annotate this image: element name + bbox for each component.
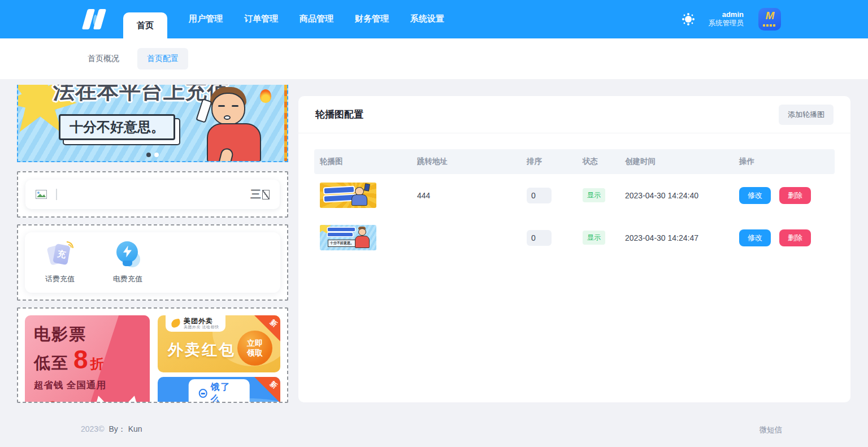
- electric-recharge-icon: [114, 241, 141, 267]
- quick-action-label: 话费充值: [45, 274, 75, 284]
- promo-meituan-card[interactable]: 美团外卖 美团外卖 送啥都快 新 外卖红包 立即 领取: [158, 315, 280, 372]
- sort-input[interactable]: 0: [527, 230, 552, 246]
- nav-item-users[interactable]: 用户管理: [189, 14, 223, 38]
- tab-home-config[interactable]: 首页配置: [137, 48, 188, 70]
- col-header-status: 状态: [577, 157, 619, 167]
- eleme-logo-icon: [198, 389, 207, 398]
- quick-action-phone-recharge[interactable]: 充 话费充值: [45, 241, 75, 284]
- cat-mascot: [81, 394, 149, 403]
- user-role: 系统管理员: [709, 19, 744, 28]
- meituan-brand: 美团外卖 美团外卖 送啥都快: [166, 315, 225, 332]
- top-header: 首页 用户管理 订单管理 商品管理 财务管理 系统设置 admin 系统管理员 …: [0, 0, 868, 38]
- table-row: 444 0 显示 2023-04-30 14:24:40 修改 删除: [314, 174, 835, 216]
- banner-cartoon-man: [185, 87, 264, 162]
- nav-item-orders[interactable]: 订单管理: [244, 14, 278, 38]
- table-header-row: 轮播图 跳转地址 排序 状态 创建时间 操作: [314, 149, 835, 174]
- claim-now-button[interactable]: 立即 领取: [237, 331, 272, 366]
- avatar[interactable]: M: [758, 8, 781, 31]
- movie-subtitle: 超省钱 全国通用: [34, 379, 150, 392]
- carousel-config-panel: 轮播图配置 添加轮播图 轮播图 跳转地址 排序 状态 创建时间 操作 444 0…: [298, 96, 850, 402]
- footer-copyright: 2023©By： Kun: [81, 424, 142, 435]
- link-cell: 444: [411, 191, 521, 200]
- carousel-dots[interactable]: [146, 153, 159, 157]
- user-info[interactable]: admin 系统管理员: [709, 10, 744, 28]
- nav-item-finance[interactable]: 财务管理: [355, 14, 389, 38]
- panel-title: 轮播图配置: [315, 108, 363, 121]
- promo-movie-card[interactable]: 电影票 低至 8 折 超省钱 全国通用: [25, 315, 150, 403]
- sort-input[interactable]: 0: [527, 188, 552, 203]
- preview-banner-section[interactable]: 法在本平台上充值 十分不好意思。: [17, 85, 288, 162]
- quick-action-electric-recharge[interactable]: 电费充值: [113, 241, 142, 284]
- mobile-preview: 法在本平台上充值 十分不好意思。 三: [17, 85, 288, 403]
- quick-action-label: 电费充值: [113, 274, 142, 284]
- missing-glyph-icon: [262, 190, 270, 199]
- tab-home-overview[interactable]: 首页概况: [88, 54, 119, 64]
- broken-image-icon: [36, 190, 47, 199]
- main-nav: 首页 用户管理 订单管理 商品管理 财务管理 系统设置: [123, 0, 444, 38]
- col-header-image: 轮播图: [314, 157, 411, 167]
- search-bar[interactable]: 三: [25, 180, 280, 209]
- created-cell: 2023-04-30 14:24:47: [619, 233, 734, 242]
- carousel-dot[interactable]: [154, 153, 159, 157]
- text-caret: [56, 189, 57, 200]
- delete-button[interactable]: 删除: [779, 187, 811, 204]
- user-name: admin: [709, 10, 744, 19]
- nav-item-home[interactable]: 首页: [123, 12, 167, 38]
- carousel-table: 轮播图 跳转地址 排序 状态 创建时间 操作 444 0 显示 2023-04-…: [298, 133, 850, 259]
- col-header-created: 创建时间: [619, 157, 734, 167]
- nav-item-settings[interactable]: 系统设置: [410, 14, 444, 38]
- col-header-sort: 排序: [521, 157, 577, 167]
- footer-brand: 微短信: [760, 425, 783, 435]
- phone-recharge-icon: 充: [46, 241, 73, 267]
- preview-quick-actions-section[interactable]: 充 话费充值 电费充值: [17, 224, 288, 301]
- preview-search-section[interactable]: 三: [17, 171, 288, 218]
- created-cell: 2023-04-30 14:24:40: [619, 191, 734, 200]
- theme-sun-icon[interactable]: [685, 16, 692, 23]
- delete-button[interactable]: 删除: [779, 229, 811, 246]
- preview-promos-section[interactable]: 电影票 低至 8 折 超省钱 全国通用: [17, 307, 288, 403]
- kangaroo-icon: [171, 318, 181, 328]
- promo-eleme-card[interactable]: 饿了么 新: [158, 377, 280, 403]
- carousel-dot-active[interactable]: [146, 153, 151, 157]
- col-header-link: 跳转地址: [411, 157, 521, 167]
- status-badge: 显示: [583, 231, 605, 245]
- edit-button[interactable]: 修改: [739, 229, 771, 246]
- red-envelope-decoration: [25, 400, 66, 403]
- nav-item-products[interactable]: 商品管理: [300, 14, 333, 38]
- add-carousel-button[interactable]: 添加轮播图: [779, 105, 834, 125]
- status-badge: 显示: [583, 188, 605, 202]
- edit-button[interactable]: 修改: [739, 187, 771, 204]
- movie-title: 电影票: [34, 323, 150, 346]
- meituan-promo-title: 外卖红包: [168, 340, 236, 360]
- banner-speech-box: 十分不好意思。: [59, 114, 175, 140]
- table-row: 十分不好意思。 0 显示 2023-04-30 14:24:47 修改 删除: [314, 216, 835, 259]
- col-header-actions: 操作: [734, 157, 835, 167]
- app-logo-icon: [84, 9, 108, 29]
- carousel-thumbnail[interactable]: 十分不好意思。: [320, 225, 376, 250]
- carousel-thumbnail[interactable]: [320, 183, 376, 208]
- discount-number: 8: [73, 348, 89, 371]
- menu-icon: 三: [250, 187, 261, 202]
- secondary-nav: 首页概况 首页配置: [0, 38, 868, 79]
- eleme-brand: 饿了么: [188, 379, 250, 403]
